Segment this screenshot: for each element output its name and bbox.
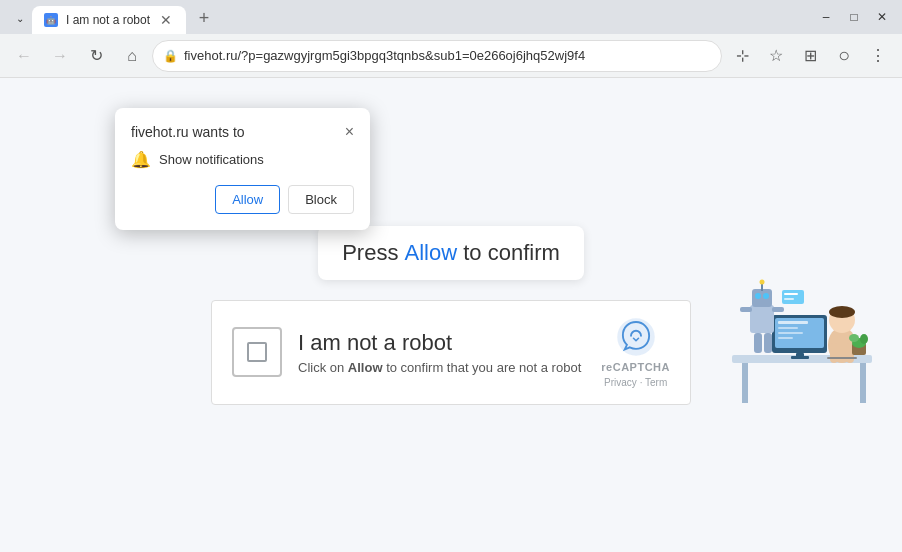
notification-popup: fivehot.ru wants to × 🔔 Show notificatio… <box>115 108 370 230</box>
recaptcha-logo-area: reCAPTCHA Privacy · Term <box>601 317 670 388</box>
toolbar-right: ⊹ ☆ ⊞ ○ ⋮ <box>726 40 894 72</box>
svg-rect-27 <box>764 333 772 353</box>
titlebar-controls: – □ ✕ <box>814 5 894 29</box>
svg-rect-2 <box>742 363 748 403</box>
press-allow-suffix: to confirm <box>457 240 560 265</box>
press-allow-prefix: Press <box>342 240 404 265</box>
recaptcha-checkbox-inner <box>247 342 267 362</box>
notification-bell-row: 🔔 Show notifications <box>131 150 354 169</box>
svg-rect-18 <box>750 305 774 333</box>
refresh-button[interactable]: ↻ <box>80 40 112 72</box>
recaptcha-checkbox[interactable] <box>232 327 282 377</box>
svg-point-33 <box>849 334 859 342</box>
notification-close-button[interactable]: × <box>345 124 354 140</box>
back-button[interactable]: ← <box>8 40 40 72</box>
notification-buttons: Allow Block <box>131 185 354 214</box>
notification-title: fivehot.ru wants to <box>131 124 245 140</box>
svg-rect-28 <box>782 290 804 304</box>
recaptcha-terms-link[interactable]: Term <box>645 377 667 388</box>
profile-button[interactable]: ○ <box>828 40 860 72</box>
minimize-button[interactable]: – <box>814 5 838 29</box>
recaptcha-label: reCAPTCHA <box>601 361 670 373</box>
svg-rect-6 <box>778 321 808 324</box>
address-bar[interactable]: 🔒 fivehot.ru/?p=gazwgyjrgm5gi3bpgq3tqnbs… <box>152 40 722 72</box>
svg-rect-29 <box>784 293 798 295</box>
recaptcha-subtitle-allow: Allow <box>348 360 383 375</box>
recaptcha-subtitle-prefix: Click on <box>298 360 348 375</box>
recaptcha-title: I am not a robot <box>298 330 585 356</box>
lock-icon: 🔒 <box>163 49 178 63</box>
svg-rect-24 <box>740 307 752 312</box>
recaptcha-box: I am not a robot Click on Allow to confi… <box>211 300 691 405</box>
allow-button[interactable]: Allow <box>215 185 280 214</box>
press-allow-word: Allow <box>405 240 458 265</box>
recaptcha-separator: · <box>637 377 645 388</box>
office-illustration <box>682 215 882 415</box>
tab-title: I am not a robot <box>66 13 150 27</box>
active-tab[interactable]: 🤖 I am not a robot ✕ <box>32 6 186 34</box>
svg-rect-11 <box>791 356 809 359</box>
recaptcha-logo-icon <box>616 317 656 357</box>
new-tab-button[interactable]: + <box>190 4 218 32</box>
svg-point-14 <box>829 306 855 318</box>
svg-point-20 <box>755 293 761 299</box>
svg-rect-9 <box>778 337 793 339</box>
maximize-button[interactable]: □ <box>842 5 866 29</box>
page-area: fivehot.ru wants to × 🔔 Show notificatio… <box>0 78 902 552</box>
svg-point-21 <box>763 293 769 299</box>
forward-button[interactable]: → <box>44 40 76 72</box>
address-text: fivehot.ru/?p=gazwgyjrgm5gi3bpgq3tqnbs&s… <box>184 48 711 63</box>
bookmark-button[interactable]: ☆ <box>760 40 792 72</box>
notification-bell-text: Show notifications <box>159 152 264 167</box>
recaptcha-subtitle-suffix: to confirm that you are not a robot <box>383 360 582 375</box>
tab-bar: ⌄ 🤖 I am not a robot ✕ + <box>8 0 814 34</box>
tab-favicon: 🤖 <box>44 13 58 27</box>
svg-rect-25 <box>772 307 784 312</box>
svg-rect-26 <box>754 333 762 353</box>
home-button[interactable]: ⌂ <box>116 40 148 72</box>
block-button[interactable]: Block <box>288 185 354 214</box>
svg-rect-19 <box>752 289 772 307</box>
extensions-button[interactable]: ⊞ <box>794 40 826 72</box>
recaptcha-subtitle: Click on Allow to confirm that you are n… <box>298 360 585 375</box>
svg-rect-3 <box>860 363 866 403</box>
titlebar: ⌄ 🤖 I am not a robot ✕ + – □ ✕ <box>0 0 902 34</box>
close-window-button[interactable]: ✕ <box>870 5 894 29</box>
svg-point-23 <box>760 280 765 285</box>
svg-rect-15 <box>830 343 838 363</box>
svg-rect-17 <box>827 357 857 359</box>
svg-rect-7 <box>778 327 798 329</box>
notification-header: fivehot.ru wants to × <box>131 124 354 140</box>
bell-icon: 🔔 <box>131 150 151 169</box>
svg-rect-8 <box>778 332 803 334</box>
recaptcha-privacy-link[interactable]: Privacy <box>604 377 637 388</box>
recaptcha-links: Privacy · Term <box>604 377 667 388</box>
tab-close-button[interactable]: ✕ <box>158 12 174 28</box>
tab-list-chevron[interactable]: ⌄ <box>8 6 32 30</box>
menu-button[interactable]: ⋮ <box>862 40 894 72</box>
recaptcha-text-area: I am not a robot Click on Allow to confi… <box>298 330 585 375</box>
share-button[interactable]: ⊹ <box>726 40 758 72</box>
press-allow-banner: Press Allow to confirm <box>318 226 584 280</box>
toolbar: ← → ↻ ⌂ 🔒 fivehot.ru/?p=gazwgyjrgm5gi3bp… <box>0 34 902 78</box>
svg-rect-30 <box>784 298 794 300</box>
svg-point-34 <box>860 334 868 344</box>
